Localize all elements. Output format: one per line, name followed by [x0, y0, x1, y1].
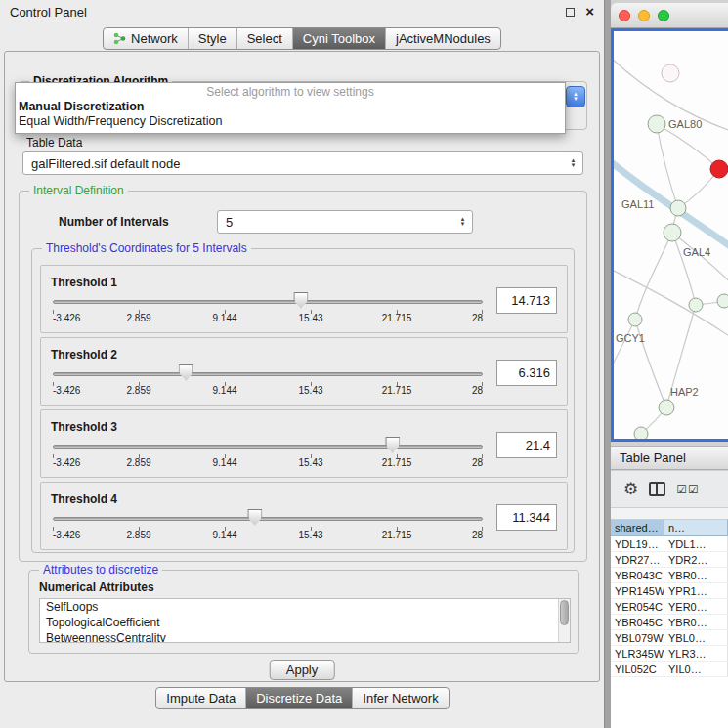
slider-track[interactable] — [53, 445, 483, 449]
node-label: GAL11 — [621, 198, 654, 210]
node-label: GAL80 — [668, 118, 702, 130]
slider-scale: -3.426 2.859 9.144 15.43 21.715 28 — [53, 457, 483, 470]
group-legend: Threshold's Coordinates for 5 Intervals — [42, 241, 251, 255]
slider-thumb[interactable] — [179, 364, 193, 381]
network-edges — [614, 51, 728, 434]
threshold-3-slider[interactable] — [53, 436, 483, 455]
column-header-name[interactable]: n… — [664, 519, 728, 536]
gear-icon[interactable]: ⚙ — [623, 481, 638, 497]
bottom-tabbar: Impute Data Discretize Data Infer Networ… — [0, 687, 605, 709]
threshold-1-panel: Threshold 1 -3.426 2.859 9.144 15.43 21.… — [40, 265, 568, 333]
network-node-selected[interactable] — [710, 160, 728, 178]
network-node[interactable] — [670, 200, 686, 216]
tab-select[interactable]: Select — [237, 28, 293, 49]
threshold-3-value-field[interactable]: 21.4 — [496, 432, 557, 458]
combobox-value: galFiltered.sif default node — [31, 156, 180, 171]
combobox-value: 5 — [226, 215, 233, 230]
zoom-window-icon[interactable] — [658, 10, 669, 21]
dropdown-option-manual[interactable]: Manual Discretization — [16, 100, 565, 114]
close-window-icon[interactable] — [619, 10, 630, 21]
dropdown-placeholder: Select algorithm to view settings — [16, 85, 565, 100]
list-item[interactable]: SelfLoops — [40, 599, 570, 615]
threshold-2-value-field[interactable]: 6.316 — [496, 360, 557, 386]
network-node[interactable] — [648, 115, 665, 133]
close-panel-icon[interactable]: × — [585, 7, 594, 17]
interval-definition-group: Interval Definition Number of Intervals … — [19, 191, 587, 562]
network-node[interactable] — [717, 294, 728, 308]
numerical-attributes-list: SelfLoops TopologicalCoefficient Between… — [39, 598, 571, 643]
network-canvas[interactable]: GAL80 GAL11 GAL4 GCY1 HAP2 — [614, 31, 728, 439]
threshold-1-slider[interactable] — [53, 291, 483, 311]
threshold-4-value-field[interactable]: 11.344 — [496, 504, 557, 531]
tab-style[interactable]: Style — [189, 28, 237, 49]
float-panel-icon[interactable] — [566, 8, 575, 17]
scrollbar-thumb[interactable] — [560, 600, 569, 625]
table-data-combobox[interactable]: galFiltered.sif default node ▲▼ — [22, 151, 583, 175]
table-row[interactable]: YDR27…YDR2… — [611, 552, 728, 568]
table-column-headers: shared… n… — [611, 519, 728, 536]
slider-thumb[interactable] — [247, 509, 262, 526]
table-row[interactable]: YER054CYER0… — [611, 599, 728, 615]
table-row[interactable]: YLR345WYLR3… — [611, 646, 728, 662]
table-row[interactable]: YPR145WYPR1… — [611, 583, 728, 599]
network-node[interactable] — [628, 313, 642, 326]
table-row[interactable]: YBR043CYBR0… — [611, 568, 728, 583]
number-of-intervals-combobox[interactable]: 5 ▲▼ — [217, 210, 473, 234]
tab-impute-data[interactable]: Impute Data — [156, 688, 246, 708]
network-node[interactable] — [689, 298, 703, 312]
group-legend: Attributes to discretize — [39, 563, 162, 577]
control-panel-window: Control Panel × Network Style Select Cyn… — [0, 0, 605, 728]
slider-track[interactable] — [53, 300, 483, 304]
slider-thumb[interactable] — [385, 437, 400, 453]
slider-scale: -3.426 2.859 9.144 15.43 21.715 28 — [53, 385, 483, 398]
column-header-shared-name[interactable]: shared… — [611, 519, 664, 536]
table-row[interactable]: YBR045CYBR0… — [611, 615, 728, 630]
threshold-4-slider[interactable] — [53, 508, 483, 528]
dropdown-option-equal-width[interactable]: Equal Width/Frequency Discretization — [16, 114, 565, 129]
tab-discretize-data[interactable]: Discretize Data — [246, 688, 353, 708]
columns-icon[interactable] — [649, 482, 665, 496]
list-scrollbar[interactable] — [558, 599, 570, 642]
threshold-2-slider[interactable] — [53, 364, 483, 383]
network-canvas-area[interactable]: GAL80 GAL11 GAL4 GCY1 HAP2 — [614, 31, 728, 439]
slider-track[interactable] — [53, 517, 483, 521]
cyni-toolbox-panel: Discretization Algorithm ▲ ▼ Select algo… — [4, 51, 600, 682]
table-row[interactable]: YBL079WYBL0… — [611, 630, 728, 646]
slider-thumb[interactable] — [293, 292, 308, 309]
list-item[interactable]: BetweennessCentrality — [40, 630, 570, 643]
tab-infer-network[interactable]: Infer Network — [353, 688, 448, 708]
combobox-stepper-icon: ▲▼ — [567, 158, 582, 168]
node-table: shared… n… YDL19…YDL1… YDR27…YDR2… YBR04… — [611, 508, 728, 728]
threshold-label: Threshold 3 — [51, 420, 485, 434]
number-of-intervals-label: Number of Intervals — [59, 215, 169, 229]
select-columns-icon[interactable]: ☑☑ — [676, 483, 700, 496]
minimize-window-icon[interactable] — [638, 10, 650, 21]
tab-cyni-toolbox[interactable]: Cyni Toolbox — [293, 28, 386, 49]
network-view: GAL80 GAL11 GAL4 GCY1 HAP2 — [611, 28, 728, 442]
tab-network[interactable]: Network — [104, 28, 189, 49]
list-item[interactable]: TopologicalCoefficient — [40, 615, 570, 630]
slider-scale: -3.426 2.859 9.144 15.43 21.715 28 — [53, 530, 483, 542]
network-node[interactable] — [659, 400, 674, 415]
node-label: HAP2 — [670, 386, 699, 398]
threshold-1-value-field[interactable]: 14.713 — [496, 287, 557, 314]
control-panel-titlebar: Control Panel × — [0, 0, 604, 23]
attributes-group: Attributes to discretize Numerical Attri… — [28, 570, 579, 654]
network-node[interactable] — [664, 224, 681, 241]
apply-button[interactable]: Apply — [270, 660, 335, 680]
numerical-attributes-label: Numerical Attributes — [39, 580, 154, 594]
threshold-label: Threshold 2 — [51, 348, 485, 362]
table-top-gap — [611, 508, 728, 519]
network-node[interactable] — [662, 64, 679, 82]
table-row[interactable]: YDL19…YDL1… — [611, 536, 728, 552]
network-node[interactable] — [634, 427, 648, 439]
algorithm-dropdown-popup: Select algorithm to view settings Manual… — [15, 82, 566, 134]
tab-jactivemnodules[interactable]: jActiveMNodules — [386, 28, 500, 49]
mac-titlebar — [611, 3, 728, 28]
table-row[interactable]: YIL052CYIL0… — [611, 662, 728, 677]
algorithm-combobox-stepper[interactable]: ▲ ▼ — [566, 86, 585, 107]
threshold-3-panel: Threshold 3 -3.426 2.859 9.144 15.43 21.… — [40, 409, 568, 478]
slider-track[interactable] — [53, 372, 483, 376]
combobox-stepper-icon: ▲▼ — [456, 217, 472, 227]
top-tabbar: Network Style Select Cyni Toolbox jActiv… — [0, 27, 604, 50]
